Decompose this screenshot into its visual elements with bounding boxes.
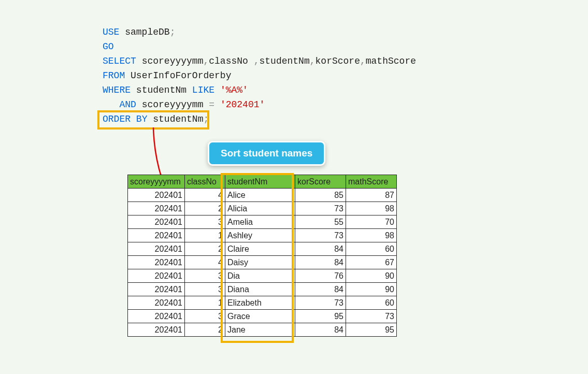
table-cell: 73 — [295, 229, 346, 242]
result-table: scoreyyyymm classNo studentNm korScore m… — [127, 175, 397, 337]
table-cell: Alice — [225, 189, 295, 202]
table-cell: 84 — [295, 242, 346, 256]
table-cell: 202401 — [128, 296, 185, 310]
sql-select-keyword: SELECT — [103, 56, 136, 66]
table-cell: 60 — [346, 242, 397, 256]
table-cell: 84 — [295, 256, 346, 269]
sql-order-keyword: ORDER — [103, 114, 131, 124]
table-cell: Daisy — [225, 256, 295, 269]
table-cell: 60 — [346, 296, 397, 310]
th-korscore: korScore — [295, 175, 346, 189]
table-cell: 3 — [185, 269, 225, 283]
table-cell: 3 — [185, 310, 225, 323]
sql-go-keyword: GO — [103, 41, 114, 52]
table-cell: 4 — [185, 189, 225, 202]
table-cell: Claire — [225, 242, 295, 256]
table-cell: 90 — [346, 283, 397, 296]
table-cell: 202401 — [128, 310, 185, 323]
table-cell: 2 — [185, 202, 225, 215]
table-cell: 90 — [346, 269, 397, 283]
table-row: 2024012Claire8460 — [128, 242, 397, 256]
sql-where-keyword: WHERE — [103, 85, 131, 95]
table-cell: 95 — [295, 310, 346, 323]
table-cell: 85 — [295, 189, 346, 202]
table-cell: 1 — [185, 229, 225, 242]
table-cell: 76 — [295, 269, 346, 283]
th-mathscore: mathScore — [346, 175, 397, 189]
table-cell: Jane — [225, 323, 295, 337]
table-cell: 202401 — [128, 283, 185, 296]
table-row: 2024012Alicia7398 — [128, 202, 397, 215]
table-row: 2024014Daisy8467 — [128, 256, 397, 269]
table-cell: 95 — [346, 323, 397, 337]
table-row: 2024014Alice8587 — [128, 189, 397, 202]
table-cell: Alicia — [225, 202, 295, 215]
table-cell: 73 — [346, 310, 397, 323]
table-row: 2024013Diana8490 — [128, 283, 397, 296]
table-cell: Dia — [225, 269, 295, 283]
table-cell: 84 — [295, 283, 346, 296]
table-cell: 98 — [346, 202, 397, 215]
table-cell: Ashley — [225, 229, 295, 242]
table-cell: 2 — [185, 323, 225, 337]
table-row: 2024012Jane8495 — [128, 323, 397, 337]
table-cell: 98 — [346, 229, 397, 242]
table-cell: 67 — [346, 256, 397, 269]
th-classno: classNo — [185, 175, 225, 189]
table-row: 2024013Grace9573 — [128, 310, 397, 323]
table-cell: 87 — [346, 189, 397, 202]
sql-use-keyword: USE — [103, 27, 119, 37]
table-cell: 84 — [295, 323, 346, 337]
result-table-wrap: scoreyyyymm classNo studentNm korScore m… — [127, 175, 397, 337]
sql-use-db: sampleDB — [125, 27, 169, 37]
table-cell: 3 — [185, 215, 225, 229]
table-cell: 202401 — [128, 242, 185, 256]
table-cell: 73 — [295, 296, 346, 310]
table-row: 2024013Dia7690 — [128, 269, 397, 283]
table-cell: 3 — [185, 283, 225, 296]
th-studentnm: studentNm — [225, 175, 295, 189]
table-cell: 1 — [185, 296, 225, 310]
table-cell: 4 — [185, 256, 225, 269]
table-cell: Amelia — [225, 215, 295, 229]
sql-code-block: USE sampleDB; GO SELECT scoreyyyymm,clas… — [103, 25, 416, 126]
table-cell: 202401 — [128, 202, 185, 215]
table-cell: 2 — [185, 242, 225, 256]
table-row: 2024013Amelia5570 — [128, 215, 397, 229]
table-cell: 202401 — [128, 229, 185, 242]
callout-label: Sort student names — [208, 141, 325, 166]
th-scoreyyyymm: scoreyyyymm — [128, 175, 185, 189]
table-row: 2024011Ashley7398 — [128, 229, 397, 242]
table-cell: 73 — [295, 202, 346, 215]
table-cell: 70 — [346, 215, 397, 229]
table-cell: 202401 — [128, 269, 185, 283]
table-cell: 202401 — [128, 256, 185, 269]
table-header-row: scoreyyyymm classNo studentNm korScore m… — [128, 175, 397, 189]
table-cell: Diana — [225, 283, 295, 296]
table-cell: 202401 — [128, 215, 185, 229]
table-cell: 202401 — [128, 323, 185, 337]
sql-from-keyword: FROM — [103, 70, 125, 81]
table-cell: Elizabeth — [225, 296, 295, 310]
table-cell: 202401 — [128, 189, 185, 202]
table-row: 2024011Elizabeth7360 — [128, 296, 397, 310]
table-cell: Grace — [225, 310, 295, 323]
table-cell: 55 — [295, 215, 346, 229]
